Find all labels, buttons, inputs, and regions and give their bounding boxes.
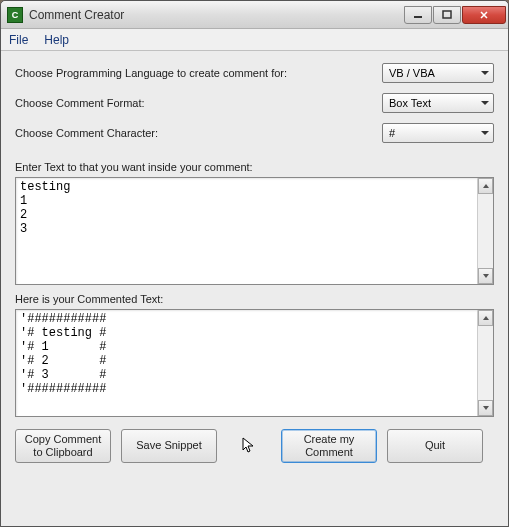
output-textarea[interactable] (16, 310, 477, 416)
format-label: Choose Comment Format: (15, 97, 145, 109)
content-area: Choose Programming Language to create co… (1, 51, 508, 526)
svg-rect-1 (443, 11, 451, 18)
input-label: Enter Text to that you want inside your … (15, 161, 494, 173)
save-snippet-button[interactable]: Save Snippet (121, 429, 217, 463)
input-textarea-wrap (15, 177, 494, 285)
cursor-icon (242, 437, 256, 455)
close-button[interactable] (462, 6, 506, 24)
menu-file[interactable]: File (9, 33, 28, 47)
chevron-down-icon (483, 274, 489, 278)
svg-rect-0 (414, 16, 422, 18)
chevron-up-icon (483, 316, 489, 320)
chevron-down-icon (481, 101, 489, 105)
character-dropdown[interactable]: # (382, 123, 494, 143)
app-window: C Comment Creator File Help Choose Progr… (0, 0, 509, 527)
create-comment-button[interactable]: Create my Comment (281, 429, 377, 463)
chevron-up-icon (483, 184, 489, 188)
minimize-button[interactable] (404, 6, 432, 24)
language-label: Choose Programming Language to create co… (15, 67, 287, 79)
output-textarea-wrap (15, 309, 494, 417)
chevron-down-icon (481, 131, 489, 135)
maximize-button[interactable] (433, 6, 461, 24)
row-character: Choose Comment Character: # (15, 123, 494, 143)
menu-help[interactable]: Help (44, 33, 69, 47)
window-title: Comment Creator (29, 8, 404, 22)
button-row: Copy Comment to Clipboard Save Snippet C… (15, 429, 494, 463)
chevron-down-icon (481, 71, 489, 75)
format-dropdown[interactable]: Box Text (382, 93, 494, 113)
row-format: Choose Comment Format: Box Text (15, 93, 494, 113)
quit-button[interactable]: Quit (387, 429, 483, 463)
row-language: Choose Programming Language to create co… (15, 63, 494, 83)
window-controls (404, 6, 506, 24)
chevron-down-icon (483, 406, 489, 410)
character-label: Choose Comment Character: (15, 127, 158, 139)
scroll-down-button[interactable] (478, 268, 493, 284)
cursor-area (227, 437, 271, 455)
scrollbar[interactable] (477, 178, 493, 284)
copy-comment-button[interactable]: Copy Comment to Clipboard (15, 429, 111, 463)
input-textarea[interactable] (16, 178, 477, 284)
app-icon: C (7, 7, 23, 23)
titlebar[interactable]: C Comment Creator (1, 1, 508, 29)
format-value: Box Text (389, 97, 431, 109)
scroll-up-button[interactable] (478, 310, 493, 326)
character-value: # (389, 127, 395, 139)
scroll-up-button[interactable] (478, 178, 493, 194)
language-value: VB / VBA (389, 67, 435, 79)
output-label: Here is your Commented Text: (15, 293, 494, 305)
scrollbar[interactable] (477, 310, 493, 416)
language-dropdown[interactable]: VB / VBA (382, 63, 494, 83)
scroll-down-button[interactable] (478, 400, 493, 416)
menubar: File Help (1, 29, 508, 51)
